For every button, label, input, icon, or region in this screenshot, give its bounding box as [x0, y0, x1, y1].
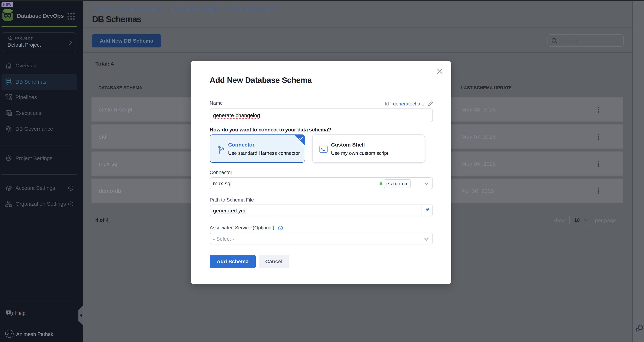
svg-text:∞: ∞: [4, 9, 12, 21]
svg-text:?: ?: [8, 310, 10, 314]
